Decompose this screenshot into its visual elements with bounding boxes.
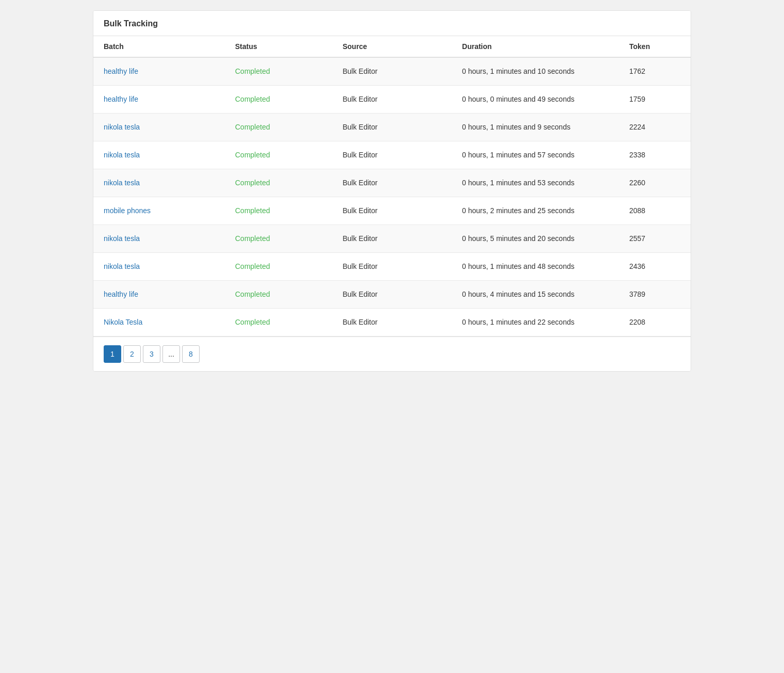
batch-link[interactable]: nikola tesla <box>104 262 140 270</box>
batch-link[interactable]: nikola tesla <box>104 179 140 187</box>
source-cell: Bulk Editor <box>332 57 452 86</box>
bulk-tracking-table: Batch Status Source Duration Token healt… <box>93 36 691 336</box>
duration-cell: 0 hours, 2 minutes and 25 seconds <box>452 197 619 225</box>
status-badge: Completed <box>235 95 270 103</box>
token-cell: 1762 <box>619 57 691 86</box>
source-cell: Bulk Editor <box>332 281 452 309</box>
source-cell: Bulk Editor <box>332 86 452 114</box>
duration-cell: 0 hours, 1 minutes and 48 seconds <box>452 253 619 281</box>
duration-cell: 0 hours, 1 minutes and 53 seconds <box>452 169 619 197</box>
source-cell: Bulk Editor <box>332 309 452 336</box>
pagination: 123...8 <box>93 336 691 371</box>
duration-cell: 0 hours, 1 minutes and 57 seconds <box>452 141 619 169</box>
col-header-status: Status <box>225 36 332 57</box>
batch-link[interactable]: healthy life <box>104 290 138 298</box>
batch-link[interactable]: Nikola Tesla <box>104 318 142 326</box>
table-row: mobile phonesCompletedBulk Editor0 hours… <box>93 197 691 225</box>
status-badge: Completed <box>235 123 270 131</box>
source-cell: Bulk Editor <box>332 114 452 141</box>
pagination-ellipsis: ... <box>162 345 180 363</box>
token-cell: 2224 <box>619 114 691 141</box>
status-badge: Completed <box>235 262 270 270</box>
pagination-page-2[interactable]: 2 <box>123 345 141 363</box>
status-badge: Completed <box>235 67 270 75</box>
token-cell: 2436 <box>619 253 691 281</box>
token-cell: 2338 <box>619 141 691 169</box>
status-badge: Completed <box>235 151 270 159</box>
batch-link[interactable]: nikola tesla <box>104 234 140 243</box>
status-badge: Completed <box>235 318 270 326</box>
status-badge: Completed <box>235 290 270 298</box>
page-title: Bulk Tracking <box>93 11 691 36</box>
pagination-page-3[interactable]: 3 <box>143 345 160 363</box>
col-header-token: Token <box>619 36 691 57</box>
batch-link[interactable]: healthy life <box>104 95 138 103</box>
batch-link[interactable]: mobile phones <box>104 206 151 215</box>
table-row: healthy lifeCompletedBulk Editor0 hours,… <box>93 86 691 114</box>
token-cell: 2088 <box>619 197 691 225</box>
bulk-tracking-container: Bulk Tracking Batch Status Source Durati… <box>93 10 691 372</box>
duration-cell: 0 hours, 0 minutes and 49 seconds <box>452 86 619 114</box>
table-row: nikola teslaCompletedBulk Editor0 hours,… <box>93 225 691 253</box>
token-cell: 1759 <box>619 86 691 114</box>
source-cell: Bulk Editor <box>332 197 452 225</box>
table-row: nikola teslaCompletedBulk Editor0 hours,… <box>93 253 691 281</box>
table-row: nikola teslaCompletedBulk Editor0 hours,… <box>93 141 691 169</box>
token-cell: 3789 <box>619 281 691 309</box>
duration-cell: 0 hours, 1 minutes and 10 seconds <box>452 57 619 86</box>
status-badge: Completed <box>235 234 270 243</box>
table-row: healthy lifeCompletedBulk Editor0 hours,… <box>93 57 691 86</box>
pagination-page-1[interactable]: 1 <box>104 345 121 363</box>
col-header-batch: Batch <box>93 36 225 57</box>
token-cell: 2557 <box>619 225 691 253</box>
duration-cell: 0 hours, 5 minutes and 20 seconds <box>452 225 619 253</box>
source-cell: Bulk Editor <box>332 225 452 253</box>
source-cell: Bulk Editor <box>332 253 452 281</box>
batch-link[interactable]: nikola tesla <box>104 123 140 131</box>
status-badge: Completed <box>235 179 270 187</box>
token-cell: 2260 <box>619 169 691 197</box>
token-cell: 2208 <box>619 309 691 336</box>
source-cell: Bulk Editor <box>332 141 452 169</box>
table-row: Nikola TeslaCompletedBulk Editor0 hours,… <box>93 309 691 336</box>
table-header-row: Batch Status Source Duration Token <box>93 36 691 57</box>
batch-link[interactable]: nikola tesla <box>104 151 140 159</box>
table-row: nikola teslaCompletedBulk Editor0 hours,… <box>93 169 691 197</box>
duration-cell: 0 hours, 1 minutes and 22 seconds <box>452 309 619 336</box>
duration-cell: 0 hours, 4 minutes and 15 seconds <box>452 281 619 309</box>
batch-link[interactable]: healthy life <box>104 67 138 75</box>
source-cell: Bulk Editor <box>332 169 452 197</box>
table-row: nikola teslaCompletedBulk Editor0 hours,… <box>93 114 691 141</box>
table-row: healthy lifeCompletedBulk Editor0 hours,… <box>93 281 691 309</box>
status-badge: Completed <box>235 206 270 215</box>
duration-cell: 0 hours, 1 minutes and 9 seconds <box>452 114 619 141</box>
col-header-source: Source <box>332 36 452 57</box>
col-header-duration: Duration <box>452 36 619 57</box>
pagination-page-8[interactable]: 8 <box>182 345 200 363</box>
